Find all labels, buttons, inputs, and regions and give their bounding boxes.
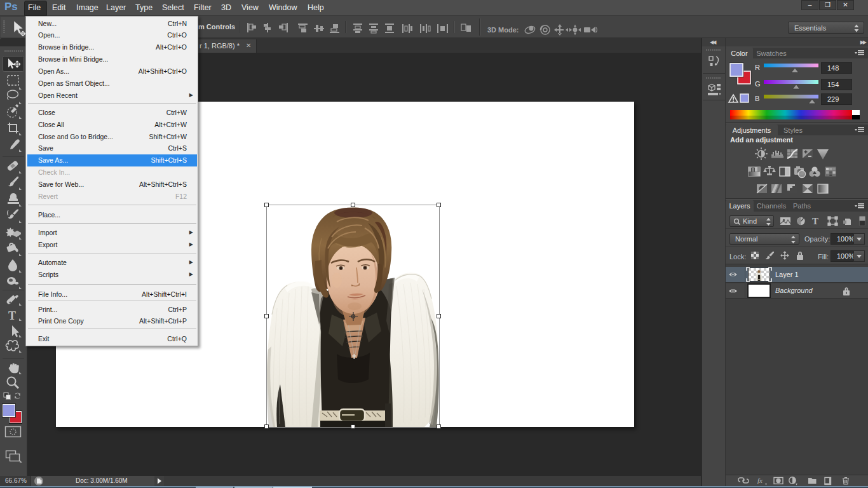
svg-text:3D Mode:: 3D Mode:	[487, 26, 519, 34]
svg-text:T: T	[812, 216, 818, 226]
svg-text:fx: fx	[757, 477, 763, 484]
svg-text:T: T	[8, 309, 16, 322]
